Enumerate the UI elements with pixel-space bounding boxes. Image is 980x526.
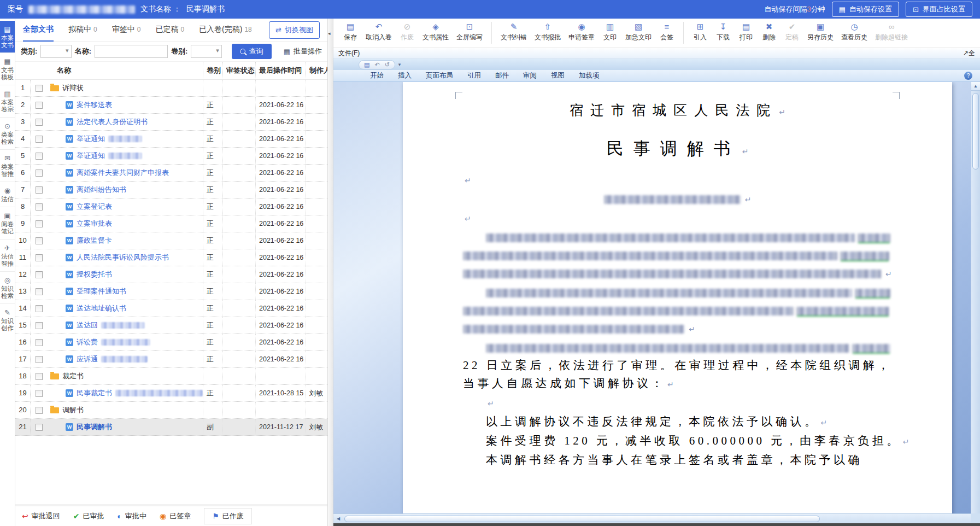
sidebar-item-case-files[interactable]: ▥本案卷宗 [0, 85, 15, 117]
name-input[interactable] [95, 45, 168, 58]
layout-ratio-settings-button[interactable]: ⊡ 界面占比设置 [906, 2, 972, 17]
ribbon-tab-5[interactable]: 审阅 [516, 70, 544, 81]
table-row[interactable]: 3W法定代表人身份证明书正2021-06-22 16 [15, 114, 327, 131]
sidebar-item-reading-notes[interactable]: ▣阅卷笔记 [0, 207, 15, 239]
toolbar-save-button[interactable]: ▤保存 [339, 21, 362, 42]
toolbar-countersign-button[interactable]: ≡会签 [655, 21, 678, 42]
ribbon-tab-6[interactable]: 视图 [544, 70, 572, 81]
doc-link[interactable]: 离婚案件夫妻共同财产申报表 [77, 168, 169, 178]
doc-link[interactable]: 送达地址确认书 [77, 303, 126, 313]
expand-fullscreen-control[interactable]: ↗全 [963, 49, 975, 58]
row-checkbox[interactable] [36, 85, 43, 92]
table-row[interactable]: 7W离婚纠纷告知书正2021-06-22 16 [15, 182, 327, 198]
vertical-scrollbar[interactable]: ▲ [971, 82, 980, 513]
ribbon-tab-4[interactable]: 邮件 [488, 70, 516, 81]
sidebar-item-similar-case-search[interactable]: ⊙类案检索 [0, 117, 15, 149]
toolbar-print-office-button[interactable]: ▥文印 [598, 21, 621, 42]
quick-access-more-icon[interactable]: ▾ [398, 62, 401, 67]
doc-link[interactable]: 送达回 [77, 320, 98, 330]
tab-2[interactable]: 审签中 0 [112, 19, 141, 42]
row-checkbox[interactable] [36, 271, 43, 278]
toolbar-delete-button[interactable]: ✖删除 [758, 21, 781, 42]
doc-link[interactable]: 法定代表人身份证明书 [77, 117, 148, 127]
row-checkbox[interactable] [36, 136, 43, 143]
doc-link[interactable]: 举证通知 [77, 151, 105, 161]
row-checkbox[interactable] [36, 373, 43, 380]
panel-collapse-handle[interactable]: ◂ [328, 19, 333, 526]
ribbon-tab-2[interactable]: 页面布局 [419, 70, 460, 81]
toolbar-undo-archive-button[interactable]: ↶取消入卷 [362, 21, 396, 42]
toolbar-view-history-button[interactable]: ◷查看历史 [837, 21, 871, 42]
tab-4[interactable]: 已入卷(完稿) 18 [199, 19, 252, 42]
table-row[interactable]: 11W人民法院民事诉讼风险提示书正2021-06-22 16 [15, 249, 327, 266]
volume-select[interactable] [191, 45, 221, 58]
ribbon-tab-0[interactable]: 开始 [363, 70, 391, 81]
toolbar-urgent-print-button[interactable]: ▧加急文印 [621, 21, 655, 42]
toolbar-apply-seal-button[interactable]: ◉申请签章 [565, 21, 598, 42]
doc-link[interactable]: 民事调解书 [77, 422, 112, 432]
row-checkbox[interactable] [36, 170, 43, 177]
table-row[interactable]: 21W民事调解书副2021-11-12 17刘敏 [15, 419, 327, 436]
row-checkbox[interactable] [36, 305, 43, 312]
row-checkbox[interactable] [36, 203, 43, 211]
sidebar-item-faxin[interactable]: ◉法信 [0, 182, 15, 207]
table-row[interactable]: 14W送达地址确认书正2021-06-22 16 [15, 300, 327, 317]
sidebar-item-case-documents[interactable]: ▤本案文书 [0, 21, 15, 52]
autosave-settings-button[interactable]: ▤ 自动保存设置 [832, 2, 899, 17]
table-row[interactable]: 8W立案登记表正2021-06-22 16 [15, 198, 327, 215]
sidebar-item-knowledge-create[interactable]: ✎知识创作 [0, 303, 15, 336]
vertical-scroll-thumb[interactable] [972, 93, 979, 170]
table-row[interactable]: 12W授权委托书正2021-06-22 16 [15, 266, 327, 283]
toolbar-import-button[interactable]: ⊞引入 [689, 21, 712, 42]
ribbon-tab-1[interactable]: 插入 [391, 70, 419, 81]
toolbar-proofread-pencil-button[interactable]: ✎文书纠错 [497, 21, 531, 42]
toolbar-printer-button[interactable]: ▤打印 [735, 21, 758, 42]
save-icon[interactable]: ▤ [364, 61, 369, 69]
toolbar-download-button[interactable]: ↧下载 [712, 21, 735, 42]
doc-link[interactable]: 诉讼费 [77, 337, 98, 347]
table-row[interactable]: 19W民事裁定书正2021-10-28 15刘敏 [15, 385, 327, 402]
table-row[interactable]: 9W立案审批表正2021-06-22 16 [15, 215, 327, 232]
toolbar-submit-approval-button[interactable]: ⇧文书报批 [531, 21, 565, 42]
toolbar-properties-tag-button[interactable]: ◈文书属性 [419, 21, 453, 42]
doc-link[interactable]: 人民法院民事诉讼风险提示书 [77, 253, 169, 262]
toolbar-save-history-button[interactable]: ▣另存历史 [803, 21, 837, 42]
tab-3[interactable]: 已定稿 0 [155, 19, 184, 42]
row-checkbox[interactable] [36, 254, 43, 261]
table-row[interactable]: 20调解书 [15, 402, 327, 419]
row-checkbox[interactable] [36, 339, 43, 346]
document-page[interactable]: 宿迁市宿城区人民法院↵民事调解书↵↵↵↵↵↵22 日立案后，依法进行了审理。在审… [403, 82, 952, 523]
doc-link[interactable]: 民事裁定书 [77, 388, 112, 398]
row-checkbox[interactable] [36, 119, 43, 126]
ribbon-tab-7[interactable]: 加载项 [572, 70, 607, 81]
scroll-left-icon[interactable]: ◀ [333, 516, 343, 521]
row-checkbox[interactable] [36, 220, 43, 227]
doc-link[interactable]: 受理案件通知书 [77, 287, 126, 296]
category-select[interactable] [40, 45, 71, 58]
search-button[interactable]: 查询 [232, 44, 272, 59]
row-checkbox[interactable] [36, 237, 43, 244]
table-row[interactable]: 2W案件移送表正2021-06-22 16 [15, 97, 327, 114]
redo-icon[interactable]: ↺ [385, 61, 390, 69]
scroll-up-icon[interactable]: ▲ [971, 82, 980, 91]
row-checkbox[interactable] [36, 186, 43, 194]
help-button[interactable]: ? [964, 72, 972, 80]
table-row[interactable]: 18裁定书 [15, 368, 327, 385]
table-row[interactable]: 4W举证通知正2021-06-22 16 [15, 131, 327, 148]
table-row[interactable]: 17W应诉通正2021-06-22 16 [15, 351, 327, 368]
table-row[interactable]: 5W举证通知正2021-06-22 16 [15, 148, 327, 165]
ribbon-tab-3[interactable]: 引用 [460, 70, 488, 81]
sidebar-item-faxin-recommend[interactable]: ✈法信智推 [0, 239, 15, 271]
doc-link[interactable]: 立案登记表 [77, 202, 112, 212]
doc-link[interactable]: 廉政监督卡 [77, 236, 112, 246]
table-row[interactable]: 10W廉政监督卡正2021-06-22 16 [15, 232, 327, 249]
sidebar-item-document-templates[interactable]: ▦文书模板 [0, 52, 15, 85]
doc-link[interactable]: 案件移送表 [77, 100, 112, 110]
doc-link[interactable]: 立案审批表 [77, 219, 112, 229]
row-checkbox[interactable] [36, 356, 43, 363]
file-menu[interactable]: 文件(F) [338, 49, 360, 58]
table-row[interactable]: 6W离婚案件夫妻共同财产申报表正2021-06-22 16 [15, 165, 327, 182]
row-checkbox[interactable] [36, 407, 43, 414]
doc-link[interactable]: 离婚纠纷告知书 [77, 185, 126, 195]
row-checkbox[interactable] [36, 390, 43, 397]
